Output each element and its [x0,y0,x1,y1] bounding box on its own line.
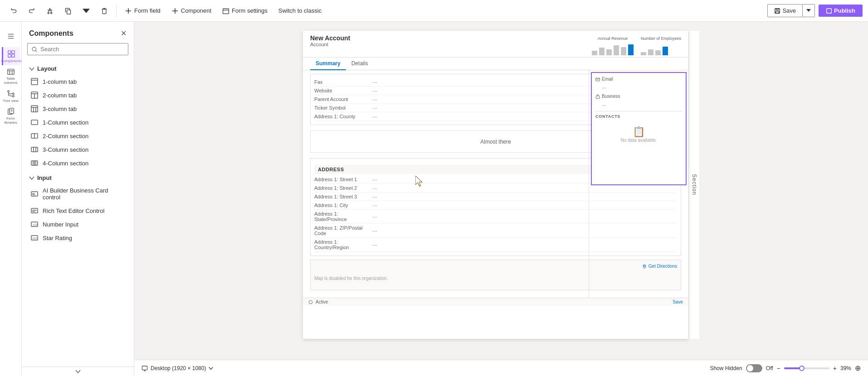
component-1col-tab[interactable]: 1-column tab [24,75,132,88]
contacts-empty-area: 📋 No data available. [595,119,682,150]
component-1col-section[interactable]: 1-Column section [24,116,132,129]
almost-there-text: Almost there [480,139,511,145]
right-section-panel[interactable]: Section [688,31,699,339]
bar-6 [628,44,634,55]
zoom-level: 39% [840,365,851,371]
country-label: Address 1:Country/Region [314,239,369,250]
right-section-selected[interactable]: Email --- Business --- CONTACTS [591,72,687,185]
device-label: Desktop (1920 × 1080) [151,365,206,371]
publish-label: Publish [834,7,855,14]
nav-components[interactable]: Components [2,47,20,65]
section-label: Section [691,174,697,195]
rich-text-label: Rich Text Editor Control [43,207,104,214]
input-section-header[interactable]: Input [22,170,134,184]
nav-form-libraries[interactable]: Form libraries [2,107,20,125]
toolbar: Form field Component Form settings Switc… [0,0,868,22]
add-form-field-button[interactable]: Form field [120,5,165,17]
2col-section-icon [31,132,38,140]
component-ai-builder[interactable]: AI Builder Business Card control [24,184,132,204]
nav-table-label: Table columns [2,77,20,85]
zoom-decrease-icon[interactable]: − [777,365,780,372]
svg-rect-62 [31,192,38,196]
nav-sidebar: Components Table columns Tree view Form … [0,22,22,376]
form-status-bar: Active Save [303,298,688,306]
street2-label: Address 1: Street 2 [314,185,369,191]
form-settings-button[interactable]: Form settings [218,5,272,17]
save-dropdown-button[interactable] [803,4,815,17]
component-2col-section[interactable]: 2-Column section [24,129,132,143]
revenue-label: Annual Revenue [592,36,634,41]
3col-tab-label: 3-column tab [43,106,77,112]
nav-tree-view[interactable]: Tree view [2,87,20,105]
svg-rect-24 [7,69,14,75]
bar-5 [621,47,626,55]
ai-builder-label: AI Builder Business Card control [43,187,125,201]
redo-button[interactable] [24,5,40,17]
1col-tab-icon [31,78,38,85]
svg-rect-43 [31,78,38,85]
copy-button[interactable] [60,5,76,17]
revenue-chart: Annual Revenue [592,36,634,57]
status-icon [308,300,313,304]
undo-button[interactable] [5,5,22,17]
zoom-fit-icon[interactable]: ⊕ [855,364,861,372]
tab-details[interactable]: Details [346,58,374,70]
emp-bar-1 [641,52,646,55]
device-selector[interactable]: Desktop (1920 × 1080) [141,365,213,371]
contacts-empty-icon: 📋 [595,126,682,138]
cut-button[interactable] [42,5,58,17]
zip-label: Address 1: ZIP/Postal Code [314,225,369,236]
status-save[interactable]: Save [673,299,683,304]
component-3col-section[interactable]: 3-Column section [24,143,132,156]
panel-scroll: Layout 1-column tab 2-column tab 3-colum… [22,61,134,366]
publish-button[interactable]: Publish [819,5,863,17]
component-4col-section[interactable]: 4-Column section [24,156,132,170]
business-label: Business [602,94,620,99]
ticker-label: Ticker Symbol [314,105,369,111]
layout-section-header[interactable]: Layout [22,61,134,75]
no-data-text: No data available. [595,138,682,143]
bar-3 [606,49,612,55]
switch-classic-button[interactable]: Switch to classic [274,5,326,17]
search-input[interactable] [40,46,124,53]
component-star-rating[interactable]: 123 Star Rating [24,231,132,245]
component-rich-text[interactable]: Rich Text Editor Control [24,204,132,217]
zoom-slider[interactable] [784,367,829,369]
nav-hamburger[interactable] [2,27,20,45]
emp-bar-3 [655,50,661,55]
2col-section-label: 2-Column section [43,133,88,140]
email-label: Email [602,77,613,82]
form-settings-label: Form settings [232,7,268,14]
delete-button[interactable] [96,5,112,17]
nav-table-columns[interactable]: Table columns [2,67,20,85]
email-field-row: Email [595,77,682,82]
ai-builder-icon [31,190,38,198]
2col-tab-label: 2-column tab [43,92,77,99]
show-hidden-toggle[interactable] [746,364,762,372]
add-component-button[interactable]: Component [167,5,216,17]
status-left: Active [308,299,328,304]
toolbar-divider-1 [116,5,117,17]
3col-tab-icon [31,105,38,112]
street3-value: --- [372,194,377,199]
bar-1 [592,51,597,55]
panel-header: Components ✕ [22,22,134,43]
search-box [27,43,128,55]
form-charts-area: Annual Revenue Number of Emp [592,34,681,57]
panel-close-button[interactable]: ✕ [121,29,127,38]
component-3col-tab[interactable]: 3-column tab [24,102,132,116]
zoom-increase-icon[interactable]: + [833,365,837,372]
component-2col-tab[interactable]: 2-column tab [24,88,132,102]
1col-tab-label: 1-column tab [43,78,77,85]
state-value: --- [372,214,377,219]
employees-chart: Number of Employees [641,36,681,57]
input-section-label: Input [37,174,52,181]
dropdown-copy-button[interactable] [78,5,94,17]
status-text: Active [316,299,328,304]
component-number-input[interactable]: 123 Number Input [24,217,132,231]
save-button[interactable]: Save [767,4,803,17]
components-panel: Components ✕ Layout 1-column tab 2-colum… [22,22,134,376]
tab-summary[interactable]: Summary [310,58,346,70]
bar-4 [614,45,619,55]
website-value: --- [372,88,377,93]
